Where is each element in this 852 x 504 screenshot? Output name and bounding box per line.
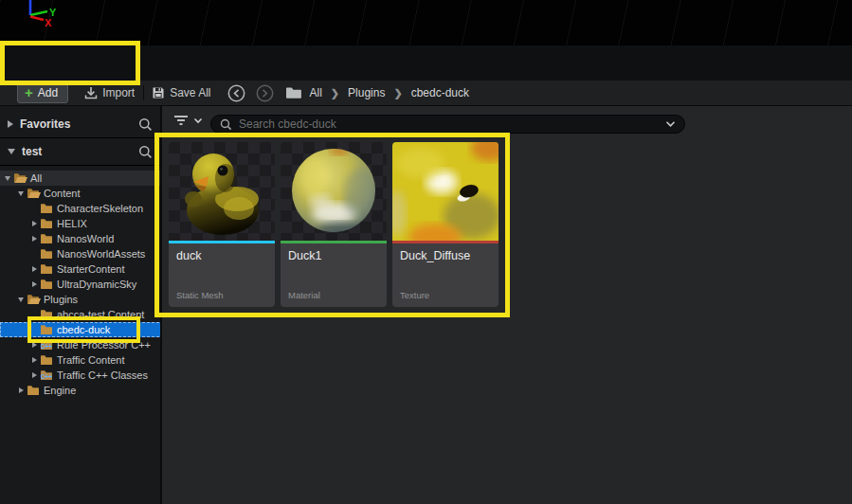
tree-item-label: cbedc-duck xyxy=(57,324,110,335)
expander-icon[interactable] xyxy=(30,352,40,368)
search-icon[interactable] xyxy=(138,145,153,159)
import-icon xyxy=(84,86,98,99)
tree-item-rule-processor-c-[interactable]: C++Rule Processor C++ xyxy=(0,337,160,352)
toolbar-divider xyxy=(143,85,144,100)
svg-text:C++: C++ xyxy=(41,343,52,350)
tree-item-plugins[interactable]: Plugins xyxy=(0,292,160,307)
tree-item-traffic-c-classes[interactable]: C++Traffic C++ Classes xyxy=(0,368,160,383)
tree-item-cbedc-duck[interactable]: cbedc-duck xyxy=(0,322,160,337)
expander-icon[interactable] xyxy=(4,171,13,186)
asset-type-label: Material xyxy=(288,290,320,300)
asset-type-label: Texture xyxy=(400,290,429,300)
tree-item-abcca-test-content[interactable]: abcca-test Content xyxy=(0,307,160,322)
filter-dropdown-chevron-icon[interactable] xyxy=(193,117,203,124)
folder-icon xyxy=(27,385,42,396)
breadcrumb-item-cbedc-duck[interactable]: cbedc-duck xyxy=(411,86,469,99)
chevron-right-icon xyxy=(8,120,13,128)
breadcrumb-item-all[interactable]: All xyxy=(310,86,322,99)
unreal-editor-window: Y X Content Browser ✕ + Add xyxy=(0,0,852,504)
save-all-button[interactable]: Save All xyxy=(152,86,210,99)
expander-icon[interactable] xyxy=(30,231,40,246)
breadcrumb-folder-icon xyxy=(285,86,302,99)
search-input[interactable]: Search cbedc-duck xyxy=(210,115,685,134)
texture-thumbnail xyxy=(392,142,499,241)
asset-tile-duck-diffuse[interactable]: Duck_Diffuse Texture xyxy=(392,142,499,307)
tree-item-label: StarterContent xyxy=(57,263,125,275)
tab-strip: Content Browser ✕ xyxy=(0,45,852,81)
tree-item-ultradynamicsky[interactable]: UltraDynamicSky xyxy=(0,277,160,292)
expander-icon[interactable] xyxy=(30,277,40,292)
tree-item-engine[interactable]: Engine xyxy=(0,383,160,398)
expander-icon[interactable] xyxy=(17,383,27,398)
tree-item-label: NanosWorldAssets xyxy=(57,248,145,260)
add-button[interactable]: + Add xyxy=(17,82,68,103)
chevron-down-icon xyxy=(8,149,15,154)
asset-type-label: Static Mesh xyxy=(176,290,224,300)
breadcrumb-item-plugins[interactable]: Plugins xyxy=(348,86,385,99)
search-icon xyxy=(220,118,232,131)
sources-panel: Favorites test AllContentCharacterSkelet… xyxy=(0,106,160,504)
expander-icon xyxy=(30,201,40,216)
favorites-section-header[interactable]: Favorites xyxy=(0,111,160,138)
folder-icon xyxy=(40,324,55,335)
save-icon xyxy=(152,86,165,99)
collection-label: test xyxy=(22,145,42,158)
tree-item-label: NanosWorld xyxy=(57,233,114,244)
tree-item-content[interactable]: Content xyxy=(0,186,160,201)
asset-tile-duck1[interactable]: Duck1 Material xyxy=(281,142,387,307)
filter-row: Search cbedc-duck xyxy=(162,106,852,135)
folder-icon: C++ xyxy=(40,369,55,381)
tree-item-nanosworld[interactable]: NanosWorld xyxy=(0,231,160,246)
tree-item-label: Content xyxy=(44,188,81,199)
tree-item-label: Traffic Content xyxy=(57,354,125,366)
forward-button[interactable] xyxy=(256,84,274,102)
tree-item-nanosworldassets[interactable]: NanosWorldAssets xyxy=(0,246,160,261)
collection-section-header[interactable]: test xyxy=(0,138,160,166)
expander-icon[interactable] xyxy=(17,186,27,201)
breadcrumb-separator: ❯ xyxy=(331,87,339,99)
content-browser-toolbar: + Add Import Save All xyxy=(0,81,852,106)
folder-tree: AllContentCharacterSkeletonHELIXNanosWor… xyxy=(0,171,160,398)
save-all-label: Save All xyxy=(170,86,210,99)
expander-icon[interactable] xyxy=(17,292,27,307)
folder-icon xyxy=(40,263,55,275)
tree-item-startercontent[interactable]: StarterContent xyxy=(0,261,160,277)
axis-x-label: X xyxy=(45,17,52,28)
tree-item-traffic-content[interactable]: Traffic Content xyxy=(0,352,160,368)
add-button-label: Add xyxy=(38,86,58,99)
tree-item-label: Plugins xyxy=(44,294,78,305)
folder-icon xyxy=(40,279,55,290)
tree-item-helix[interactable]: HELIX xyxy=(0,216,160,231)
expander-icon[interactable] xyxy=(30,368,40,383)
tree-item-label: All xyxy=(30,172,42,184)
search-options-chevron-icon[interactable] xyxy=(665,120,676,128)
plus-icon: + xyxy=(25,85,33,99)
folder-icon xyxy=(27,188,42,199)
filter-icon[interactable] xyxy=(173,114,189,127)
tree-item-all[interactable]: All xyxy=(0,171,160,186)
folder-icon xyxy=(27,294,42,305)
tree-item-characterskeleton[interactable]: CharacterSkeleton xyxy=(0,201,160,216)
svg-text:C++: C++ xyxy=(41,373,52,380)
axis-gizmo-icon: Y X xyxy=(23,0,68,28)
asset-name: Duck_Diffuse xyxy=(392,243,499,262)
search-icon[interactable] xyxy=(138,117,153,132)
expander-icon[interactable] xyxy=(30,337,40,352)
folder-icon xyxy=(40,248,55,260)
asset-name: duck xyxy=(169,243,275,262)
duck-static-mesh-thumbnail xyxy=(169,142,275,241)
import-button[interactable]: Import xyxy=(84,86,135,99)
tree-item-label: abcca-test Content xyxy=(57,309,144,320)
back-button[interactable] xyxy=(227,84,245,102)
tree-item-label: CharacterSkeleton xyxy=(57,203,143,214)
expander-icon[interactable] xyxy=(30,216,40,231)
expander-icon[interactable] xyxy=(30,261,40,277)
search-placeholder: Search cbedc-duck xyxy=(239,117,665,131)
folder-icon xyxy=(40,233,55,244)
folder-icon xyxy=(40,218,55,229)
tree-item-label: Traffic C++ Classes xyxy=(57,369,148,381)
expander-icon xyxy=(30,322,40,337)
asset-tile-duck[interactable]: duck Static Mesh xyxy=(169,142,275,307)
folder-icon xyxy=(40,309,55,320)
folder-icon: C++ xyxy=(40,339,55,351)
